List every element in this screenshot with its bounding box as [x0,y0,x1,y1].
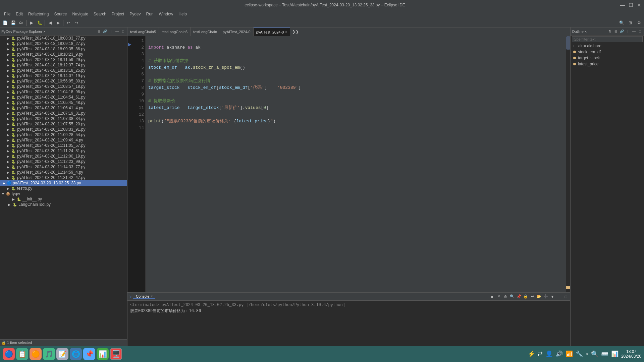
toolbar-redo[interactable]: ↪ [73,19,80,26]
list-item[interactable]: ▶ 🐍 __init__.py [0,196,127,202]
taskbar-icon-more[interactable]: > [586,351,588,357]
list-item[interactable]: ▶ 🐍 pyAITest_2024-03-20_11:07:19_81.py [0,111,127,116]
taskbar-icon-3[interactable]: 🟠 [30,348,42,360]
list-item[interactable]: ▶ 🐍 pyAITest_2024-03-20_11:09:28_54.py [0,132,127,137]
outline-item-target-stock[interactable]: target_stock [571,55,644,61]
list-item[interactable]: ▶ 🐍 pyAITest_2024-03-20_11:14:33_77.py [0,164,127,170]
list-item[interactable]: ▶ 🐍 pyAITest_2024-03-18_18:09:18_27.py [0,41,127,46]
code-editor[interactable]: import akshare as ak # 获取市场行情数据 stock_em… [146,36,566,292]
taskbar-icon-4[interactable]: 🎵 [43,348,55,360]
menu-edit[interactable]: Edit [13,11,25,17]
menu-source[interactable]: Source [51,11,69,17]
console-terminate-btn[interactable]: ■ [489,294,495,300]
list-item[interactable]: ▶ 🐍 pyAITest_2024-03-20_11:14:59_4.py [0,170,127,175]
menu-run[interactable]: Run [144,11,156,17]
list-item[interactable]: ▶ 🐍 pyAITest_2024-03-20_11:12:00_19.py [0,154,127,159]
taskbar-icon-chart[interactable]: 📊 [611,350,619,358]
list-item[interactable]: ▶ 🐍 testfb.py [0,186,127,191]
tab-close-button[interactable]: × [285,30,287,34]
list-item[interactable]: ▶ 🐍 pyAITest_2024-03-18_18:12:37_74.py [0,62,127,68]
menu-navigate[interactable]: Navigate [69,11,91,17]
list-item[interactable]: ▶ 🐍 pyAITest_2024-03-20_11:07:38_34.py [0,116,127,121]
taskbar-icon-2[interactable]: 📋 [16,348,28,360]
maximize-button[interactable]: ❐ [629,2,633,8]
list-item[interactable]: ▶ 🐍 pyAITest_2024-03-18_18:10:23_9.py [0,52,127,57]
taskbar-icon-user[interactable]: 👤 [545,350,553,358]
list-item[interactable]: ▶ 🐍 pyAITest_2024-03-20_11:09:49_4.py [0,137,127,143]
outline-item-latest-price[interactable]: latest_price [571,61,644,67]
list-item[interactable]: ▶ 🐍 LangChainTool.py [0,202,127,207]
list-item[interactable]: ▶ 🐍 pyAITest_2024-03-18_18:09:35_86.py [0,46,127,52]
list-item[interactable]: ▶ 🐍 pyAITest_2024-03-18_18:13:18_25.py [0,68,127,73]
console-new-console[interactable]: ➕ [543,294,549,300]
toolbar-settings[interactable]: ⚙ [635,19,643,26]
taskbar-icon-8[interactable]: 📊 [97,348,109,360]
outline-item-ak[interactable]: ⊢ ak = akshare [571,43,644,49]
list-item[interactable]: ▶ 🐍 pyAITest_2024-03-20_11:08:33_91.py [0,127,127,132]
close-button[interactable]: ✕ [637,2,641,8]
console-scroll-lock[interactable]: 🔒 [523,294,529,300]
explorer-collapse-btn[interactable]: ⊟ [96,29,102,34]
list-item[interactable]: ▶ 🐍 pyAITest_2024-03-20_11:07:55_20.py [0,121,127,127]
list-item[interactable]: ▶ 🐍 pyAITest_2024-03-20_11:11:24_81.py [0,148,127,154]
menu-window[interactable]: Window [156,11,176,17]
console-word-wrap[interactable]: ↩ [529,294,535,300]
list-item-selected[interactable]: ▶ 🔵 pyAITest_2024-03-20_13:02:25_33.py [0,180,127,186]
taskbar-icon-volume[interactable]: 🔊 [555,350,563,358]
menu-search[interactable]: Search [91,11,109,17]
editor-scrollbar[interactable] [566,36,570,292]
list-item[interactable]: ▶ 🐍 pyAITest_2024-03-20_11:05:45_48.py [0,100,127,105]
toolbar-back[interactable]: ◀ [46,19,54,26]
taskbar-icon-5[interactable]: 📝 [56,348,68,360]
taskbar-icon-bolt[interactable]: ⚡ [528,350,535,358]
outline-min-btn[interactable]: — [631,29,637,34]
minimize-button[interactable]: — [620,2,625,8]
console-clear-btn[interactable]: 🗑 [502,294,508,300]
menu-help[interactable]: Help [176,11,190,17]
console-min[interactable]: — [556,294,562,300]
toolbar-debug[interactable]: 🐛 [36,19,43,26]
outline-filter-input[interactable] [572,36,643,42]
toolbar-perspective[interactable]: ⊞ [627,19,634,26]
list-item[interactable]: ▶ 🐍 pyAITest_2024-03-20_11:06:41_4.py [0,105,127,111]
console-open-file[interactable]: 📂 [536,294,542,300]
outline-item-stock-em-df[interactable]: stock_em_df [571,49,644,55]
taskbar-icon-eclipse[interactable]: 🖥️ [110,348,122,360]
outline-link-btn[interactable]: 🔗 [619,29,625,34]
console-max[interactable]: □ [563,294,569,300]
outline-max-btn[interactable]: □ [637,29,643,34]
list-item[interactable]: ▶ 🐍 pyAITest_2024-03-18_18:14:07_19.py [0,73,127,78]
list-item[interactable]: ▼ 📦 tyqw [0,191,127,196]
tab-testlangchain5[interactable]: testLangChain5 [127,27,159,36]
explorer-min-btn[interactable]: — [114,29,120,34]
list-item[interactable]: ▶ 🐍 pyAITest_2024-03-20_11:12:23_99.py [0,159,127,164]
console-close-btn[interactable]: × [151,294,153,298]
console-search-btn[interactable]: 🔍 [509,294,515,300]
taskbar-icon-7[interactable]: 📌 [83,348,95,360]
toolbar-undo[interactable]: ↩ [65,19,72,26]
menu-pydev[interactable]: Pydev [127,11,143,17]
explorer-menu-btn[interactable]: ⋮ [108,29,114,34]
console-tab[interactable]: Console × [133,294,155,299]
outline-collapse-btn[interactable]: ⊟ [613,29,619,34]
list-item[interactable]: ▶ 🐍 pyAITest_2024-03-18_18:11:59_29.py [0,57,127,62]
taskbar-icon-1[interactable]: 🔵 [3,348,15,360]
list-item[interactable]: ▶ 🐍 pyAITest_2024-03-20_11:04:54_61.py [0,95,127,100]
toolbar-new[interactable]: 📄 [1,19,9,26]
menu-refactoring[interactable]: Refactoring [25,11,51,17]
list-item[interactable]: ▶ 🐍 pyAITest_2024-03-20_11:31:42_47.py [0,175,127,180]
console-pin-btn[interactable]: 📌 [516,294,522,300]
toolbar-run[interactable]: ▶ [28,19,35,26]
taskbar-icon-keyboard[interactable]: ⌨️ [601,350,608,358]
taskbar-icon-settings[interactable]: 🔧 [576,350,583,358]
toolbar-save[interactable]: 💾 [9,19,17,26]
list-item[interactable]: ▶ 🐍 pyAITest_2024-03-20_11:04:18_96.py [0,89,127,95]
explorer-link-btn[interactable]: 🔗 [102,29,108,34]
taskbar-icon-transfer[interactable]: ⇄ [538,350,543,358]
taskbar-icon-6[interactable]: 🌐 [70,348,82,360]
toolbar-forward[interactable]: ▶ [54,19,62,26]
tab-overflow-button[interactable]: ❯❯ [290,27,301,36]
toolbar-save-all[interactable]: 🗂 [17,19,25,26]
list-item[interactable]: ▶ 🐍 pyAITest_2024-03-20_11:03:57_18.py [0,84,127,89]
console-remove-btn[interactable]: ✕ [496,294,502,300]
